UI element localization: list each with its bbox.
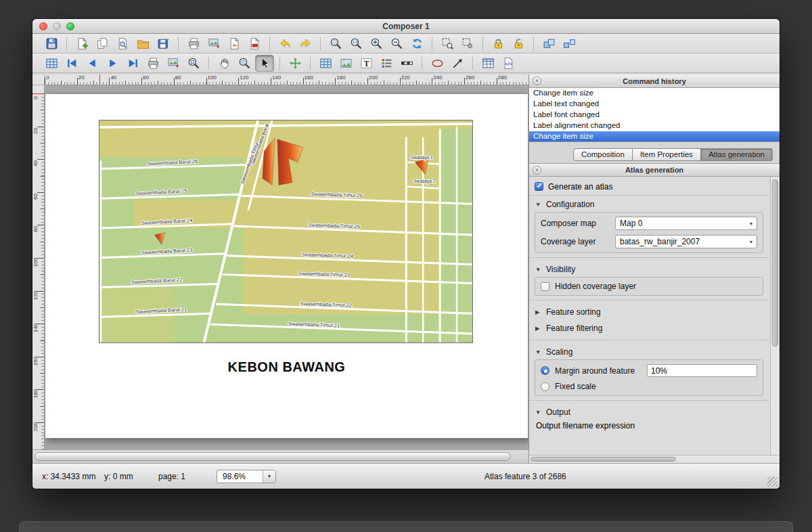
zoom-out-button[interactable]	[387, 35, 406, 52]
undo-button[interactable]	[275, 35, 294, 52]
move-item-content-button[interactable]	[286, 55, 304, 72]
history-item[interactable]: Change item size	[529, 88, 780, 99]
disclosure-right-icon: ▶	[535, 325, 542, 332]
scrollbar-thumb[interactable]	[772, 179, 778, 347]
section-scaling-header[interactable]: ▼ Scaling	[529, 345, 769, 359]
add-new-label-button[interactable]: T	[357, 55, 376, 72]
first-feature-button[interactable]	[62, 55, 81, 72]
hidden-coverage-layer-label: Hidden coverage layer	[555, 282, 636, 291]
export-as-svg-button[interactable]	[225, 35, 244, 52]
zoom-in-button[interactable]	[367, 35, 386, 52]
refresh-view-button[interactable]	[407, 35, 426, 52]
composition-canvas[interactable]: Swasembada Barat 26Swasembada Barat 25Sw…	[45, 85, 528, 449]
print-button[interactable]	[184, 35, 203, 52]
select-move-item-button[interactable]	[255, 55, 274, 72]
zoom-actual-size-button[interactable]: 1:1	[346, 35, 365, 52]
preview-atlas-button[interactable]	[184, 55, 203, 72]
save-project-button[interactable]	[42, 35, 61, 52]
ruler-number: 40	[32, 158, 39, 169]
ruler-number: 100	[32, 257, 39, 268]
unlock-all-items-button[interactable]	[509, 35, 528, 52]
margin-around-feature-radio[interactable]	[541, 366, 549, 375]
lock-selected-items-button[interactable]	[489, 35, 508, 52]
section-feature-sorting-header[interactable]: ▶ Feature sorting	[529, 305, 769, 319]
minimize-window-button[interactable]	[53, 22, 61, 30]
panel-vertical-scrollbar[interactable]	[770, 177, 780, 455]
new-composition-button[interactable]	[72, 35, 91, 52]
close-command-history-button[interactable]: ×	[533, 76, 541, 85]
zoom-full-button[interactable]	[326, 35, 345, 52]
duplicate-composition-button[interactable]	[93, 35, 112, 52]
add-new-scalebar-button[interactable]	[397, 55, 416, 72]
tab-composition[interactable]: Composition	[573, 148, 633, 161]
add-new-legend-button[interactable]	[377, 55, 396, 72]
composer-map-select[interactable]: Map 0 ▾	[615, 217, 757, 230]
map-item[interactable]: Swasembada Barat 26Swasembada Barat 25Sw…	[99, 120, 473, 343]
ungroup-items-button[interactable]	[560, 35, 579, 52]
zoom-window-button[interactable]	[66, 22, 74, 30]
previous-feature-button[interactable]	[83, 55, 102, 72]
close-atlas-panel-button[interactable]: ×	[533, 166, 541, 175]
save-as-template-button[interactable]	[154, 35, 173, 52]
next-feature-button[interactable]	[103, 55, 122, 72]
add-new-map-button[interactable]	[316, 55, 335, 72]
disclosure-down-icon: ▼	[535, 349, 542, 355]
add-image-button[interactable]	[336, 55, 355, 72]
window-titlebar[interactable]: Composer 1	[32, 19, 780, 34]
history-item[interactable]: Label font changed	[529, 110, 780, 120]
section-visibility-header[interactable]: ▼ Visibility	[529, 262, 769, 277]
generate-atlas-checkbox[interactable]: ✓	[535, 182, 543, 191]
scrollbar-thumb[interactable]	[531, 457, 676, 462]
map-title-label[interactable]: KEBON BAWANG	[45, 359, 528, 375]
coverage-layer-select[interactable]: batas_rw_banjir_2007 ▾	[615, 235, 757, 248]
tab-item-properties[interactable]: Item Properties	[633, 148, 701, 161]
hidden-coverage-layer-checkbox[interactable]	[541, 282, 549, 291]
export-as-pdf-button[interactable]	[245, 35, 264, 52]
canvas-horizontal-scrollbar[interactable]	[32, 449, 528, 463]
generate-atlas-row[interactable]: ✓ Generate an atlas	[529, 178, 769, 196]
command-history-header: × Command history	[529, 74, 780, 88]
toolbar-separator	[422, 57, 422, 70]
window-resize-grip[interactable]	[767, 476, 777, 487]
history-item[interactable]: Change item size	[529, 131, 780, 142]
scrollbar-thumb[interactable]	[35, 452, 511, 461]
redo-button[interactable]	[296, 35, 315, 52]
ruler-number: 100	[208, 74, 217, 81]
ruler-corner	[32, 74, 45, 85]
add-arrow-button[interactable]	[448, 55, 467, 72]
zoom-to-selection-button[interactable]	[438, 35, 457, 52]
atlas-settings-button[interactable]	[42, 55, 61, 72]
composer-manager-button[interactable]	[113, 35, 132, 52]
last-feature-button[interactable]	[123, 55, 142, 72]
zoom-level-select[interactable]: 98.6% ▾	[217, 470, 276, 483]
history-item[interactable]: Label text changed	[529, 99, 780, 110]
export-as-image-button[interactable]	[204, 35, 223, 52]
composition-page[interactable]: Swasembada Barat 26Swasembada Barat 25Sw…	[45, 93, 528, 439]
add-ellipse-button[interactable]	[428, 55, 447, 72]
disclosure-right-icon: ▶	[535, 309, 542, 315]
section-feature-filtering-header[interactable]: ▶ Feature filtering	[529, 321, 769, 336]
margin-percent-input[interactable]	[647, 364, 757, 377]
section-configuration-header[interactable]: ▼ Configuration	[529, 197, 769, 212]
section-output-header[interactable]: ▼ Output	[529, 405, 769, 420]
window-title: Composer 1	[32, 22, 780, 31]
history-item[interactable]: Label alignment changed	[529, 120, 780, 131]
panel-horizontal-scrollbar[interactable]	[529, 455, 780, 463]
print-atlas-button[interactable]	[143, 55, 162, 72]
group-items-button[interactable]	[539, 35, 558, 52]
fixed-scale-radio[interactable]	[541, 382, 549, 391]
add-html-frame-button[interactable]: </>	[499, 55, 518, 72]
ruler-number: 160	[304, 74, 313, 81]
toolbar-separator	[310, 57, 311, 70]
zoom-tool-button[interactable]	[235, 55, 254, 72]
export-atlas-as-image-button[interactable]	[164, 55, 183, 72]
pan-tool-button[interactable]	[215, 55, 233, 72]
tab-atlas-generation[interactable]: Atlas generation	[701, 148, 773, 161]
snapping-settings-button[interactable]	[458, 35, 477, 52]
toolbar-separator	[432, 37, 432, 50]
zoom-dropdown-arrow-icon[interactable]: ▾	[263, 470, 275, 483]
add-attribute-table-button[interactable]	[478, 55, 497, 72]
load-from-template-button[interactable]	[133, 35, 152, 52]
cursor-y-position: y: 0 mm	[104, 472, 133, 481]
close-window-button[interactable]	[39, 22, 47, 30]
